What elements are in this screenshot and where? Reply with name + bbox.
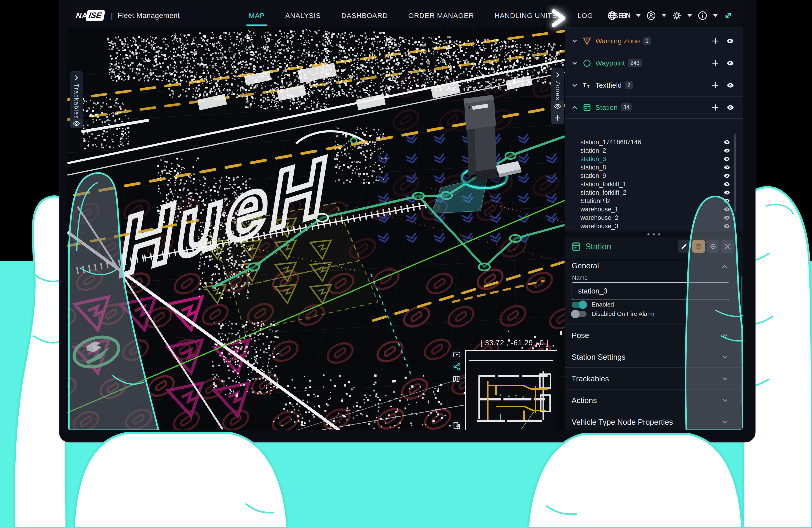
right-fingernail [766,205,794,214]
zones-panel-tab[interactable]: Zones [551,68,564,124]
chevron-down-icon[interactable] [571,82,578,89]
svg-text:T: T [587,84,590,89]
gear-icon[interactable] [672,11,682,21]
chevron-down-icon[interactable] [636,14,641,17]
accordion-pose[interactable]: Pose [565,325,743,346]
nav-item-analysis[interactable]: ANALYSIS [285,12,321,19]
share-button[interactable] [451,361,462,372]
fullscreen-expand-icon[interactable] [723,11,733,21]
station-list-item[interactable]: station_forklift_2 [565,188,743,197]
chevron-down-icon[interactable] [722,332,729,339]
nav-item-log[interactable]: LOG [577,12,593,19]
general-section-header[interactable]: General [571,261,599,270]
eye-icon[interactable] [726,59,734,67]
user-avatar-icon[interactable] [646,11,656,21]
eye-icon[interactable] [726,104,734,111]
trackables-visibility-toggle[interactable] [70,119,83,128]
station-list-item[interactable]: warehouse_1 [565,205,743,213]
add-zone-button[interactable] [551,112,564,123]
chevron-up-icon[interactable] [571,104,578,111]
eye-icon[interactable] [726,81,734,89]
station-list-item[interactable]: station_8 [565,163,743,171]
station-list-item[interactable]: station_2 [565,146,743,155]
toggle-label: Disabled On Fire Alarm [592,310,654,317]
station-item-name: warehouse_3 [580,223,618,230]
chevron-down-icon[interactable] [722,397,729,404]
building-floors-button[interactable] [451,420,462,430]
eye-icon[interactable] [723,181,730,188]
chevron-down-icon[interactable] [662,14,667,17]
chevron-down-icon[interactable] [722,353,729,361]
minimap[interactable] [465,350,557,430]
add-icon[interactable] [711,59,719,67]
chevron-down-icon[interactable] [687,14,692,17]
accordion-trackables[interactable]: Trackables [565,368,743,389]
info-icon[interactable] [697,11,708,21]
detail-scrollbar-thumb[interactable] [741,276,742,405]
nav-item-dashboard[interactable]: DASHBOARD [342,12,388,19]
right-wrist-crease [546,506,577,514]
eye-icon[interactable] [723,155,730,163]
eye-icon[interactable] [723,197,730,205]
app-logo: NA ISE | Fleet Management [76,4,180,27]
eye-icon[interactable] [723,214,730,221]
eye-icon[interactable] [723,189,730,196]
chevron-down-icon[interactable] [722,375,729,382]
station-list-item[interactable]: station_forklift_1 [565,180,743,188]
eye-icon[interactable] [723,223,730,230]
add-icon[interactable] [711,81,719,89]
station-icon [571,242,581,252]
zones-visibility-toggle[interactable] [551,101,564,112]
chevron-down-icon[interactable] [722,419,729,426]
chevron-right-icon[interactable] [554,71,561,78]
trash-button[interactable] [692,240,705,253]
main-nav: MAPANALYSISDASHBOARDORDER MANAGERHANDLIN… [249,4,628,27]
nav-item-order-manager[interactable]: ORDER MANAGER [408,12,474,19]
globe-icon[interactable] [607,11,617,21]
left-knuckle-line [35,275,62,282]
accordion-actions[interactable]: Actions [565,390,743,411]
station-item-name: StationPilz [580,197,610,205]
panel-resize-handle[interactable] [565,231,743,237]
trackables-panel-tab[interactable]: Trackables [70,71,83,128]
eye-icon[interactable] [726,37,734,45]
close-button[interactable] [721,240,734,253]
accordion-vehicle-type-node-properties[interactable]: Vehicle Type Node Properties [565,411,743,430]
chevron-down-icon[interactable] [713,14,718,17]
station-list-item[interactable]: StationPilz [565,197,743,205]
eye-icon[interactable] [723,147,730,154]
zone-group-waypoint[interactable]: Waypoint243 [565,52,743,74]
chevron-right-icon[interactable] [73,74,80,81]
station-list-item[interactable]: warehouse_3 [565,222,743,230]
add-icon[interactable] [711,37,719,45]
add-icon[interactable] [711,104,719,111]
station-list-item[interactable]: warehouse_2 [565,213,743,222]
eye-icon[interactable] [723,206,730,213]
station-name-input[interactable] [571,282,729,300]
pencil-button[interactable] [678,240,691,253]
zone-group-station[interactable]: Station34 [565,96,743,119]
station-list-item[interactable]: station_3 [565,155,743,163]
toggle-switch[interactable] [571,311,586,317]
station-list-item[interactable]: station_9 [565,171,743,180]
language-label[interactable]: EN [621,12,630,19]
station-list-scrollbar-thumb[interactable] [734,135,736,212]
replay-button[interactable] [451,349,462,360]
group-row-icons [711,104,734,111]
locate-button[interactable] [707,240,719,253]
chevron-down-icon[interactable] [571,37,578,45]
eye-icon[interactable] [723,139,730,146]
nav-item-map[interactable]: MAP [249,12,265,19]
map-layers-button[interactable] [451,374,462,384]
chevron-up-icon[interactable] [721,263,729,271]
accordion-station-settings[interactable]: Station Settings [565,346,743,367]
zone-group-textfield[interactable]: TTTextfield2 [565,74,743,96]
eye-icon[interactable] [723,164,730,171]
chevron-down-icon[interactable] [571,60,578,67]
toggle-switch[interactable] [571,302,586,308]
station-list-item[interactable]: station_17418687146 [565,138,743,146]
nav-item-handling-units[interactable]: HANDLING UNITS [495,12,557,19]
eye-icon[interactable] [723,172,730,179]
map-3d-view[interactable]: HueH [68,27,565,430]
zone-group-warning-zone[interactable]: Warning Zone1 [565,30,743,52]
